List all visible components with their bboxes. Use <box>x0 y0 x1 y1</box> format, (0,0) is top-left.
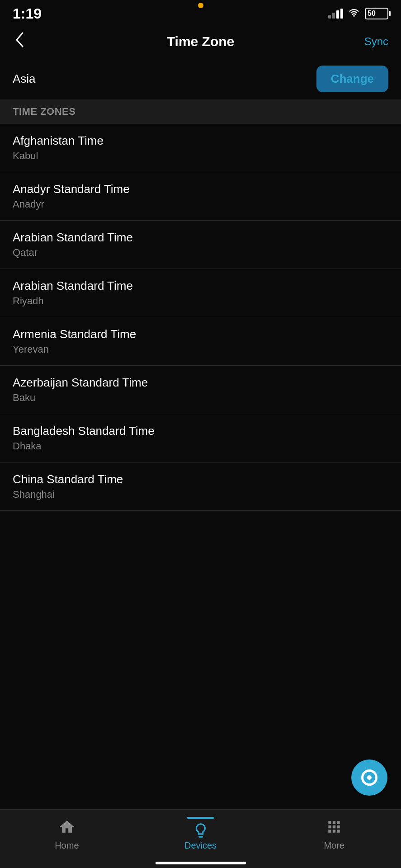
timezone-city: Shanghai <box>13 489 388 500</box>
timezone-city: Riyadh <box>13 295 388 307</box>
sync-button[interactable]: Sync <box>364 35 388 48</box>
timezone-name: China Standard Time <box>13 472 388 486</box>
notification-dot <box>198 3 203 8</box>
list-item[interactable]: China Standard Time Shanghai <box>0 462 401 511</box>
status-bar: 1:19 50 <box>0 0 401 24</box>
devices-label: Devices <box>184 840 217 851</box>
timezone-name: Armenia Standard Time <box>13 327 388 341</box>
timezone-city: Yerevan <box>13 344 388 355</box>
wifi-icon <box>348 7 360 20</box>
devices-nav-wrapper: Devices <box>184 817 217 851</box>
timezone-name: Anadyr Standard Time <box>13 182 388 196</box>
list-item[interactable]: Arabian Standard Time Qatar <box>0 221 401 269</box>
header: Time Zone Sync <box>0 24 401 58</box>
timezone-name: Azerbaijan Standard Time <box>13 376 388 390</box>
section-header-text: Time Zones <box>13 106 75 117</box>
devices-icon <box>191 821 211 840</box>
page-title: Time Zone <box>167 34 234 49</box>
home-label: Home <box>55 840 79 851</box>
nav-item-more[interactable]: More <box>267 817 401 851</box>
list-item[interactable]: Azerbaijan Standard Time Baku <box>0 366 401 414</box>
list-item[interactable]: Arabian Standard Time Riyadh <box>0 269 401 317</box>
alexa-fab-button[interactable] <box>351 760 387 796</box>
signal-bars-icon <box>328 9 343 19</box>
timezone-city: Baku <box>13 392 388 404</box>
list-item[interactable]: Armenia Standard Time Yerevan <box>0 317 401 366</box>
timezone-city: Dhaka <box>13 440 388 452</box>
status-icons: 50 <box>328 7 388 20</box>
bottom-nav: Home Devices More <box>0 809 401 868</box>
back-button[interactable] <box>13 30 26 53</box>
home-icon <box>57 817 77 837</box>
alexa-dot <box>367 775 372 780</box>
change-button[interactable]: Change <box>316 66 388 92</box>
nav-item-home[interactable]: Home <box>0 817 134 851</box>
status-time: 1:19 <box>13 5 42 22</box>
more-label: More <box>324 840 344 851</box>
list-item[interactable]: Bangladesh Standard Time Dhaka <box>0 414 401 462</box>
nav-item-devices[interactable]: Devices <box>134 817 268 851</box>
timezone-list: Afghanistan Time Kabul Anadyr Standard T… <box>0 124 401 511</box>
section-header: Time Zones <box>0 99 401 124</box>
timezone-name: Arabian Standard Time <box>13 279 388 293</box>
timezone-name: Arabian Standard Time <box>13 231 388 245</box>
alexa-icon <box>361 769 377 786</box>
timezone-city: Anadyr <box>13 198 388 210</box>
active-indicator <box>187 817 214 819</box>
timezone-city: Kabul <box>13 150 388 162</box>
list-item[interactable]: Afghanistan Time Kabul <box>0 124 401 172</box>
timezone-name: Afghanistan Time <box>13 134 388 148</box>
battery-icon: 50 <box>365 8 388 19</box>
region-row: Asia Change <box>0 58 401 99</box>
list-item[interactable]: Anadyr Standard Time Anadyr <box>0 172 401 221</box>
region-label: Asia <box>13 72 36 86</box>
more-icon <box>324 817 344 837</box>
timezone-city: Qatar <box>13 247 388 259</box>
timezone-name: Bangladesh Standard Time <box>13 424 388 438</box>
home-indicator <box>156 862 246 864</box>
